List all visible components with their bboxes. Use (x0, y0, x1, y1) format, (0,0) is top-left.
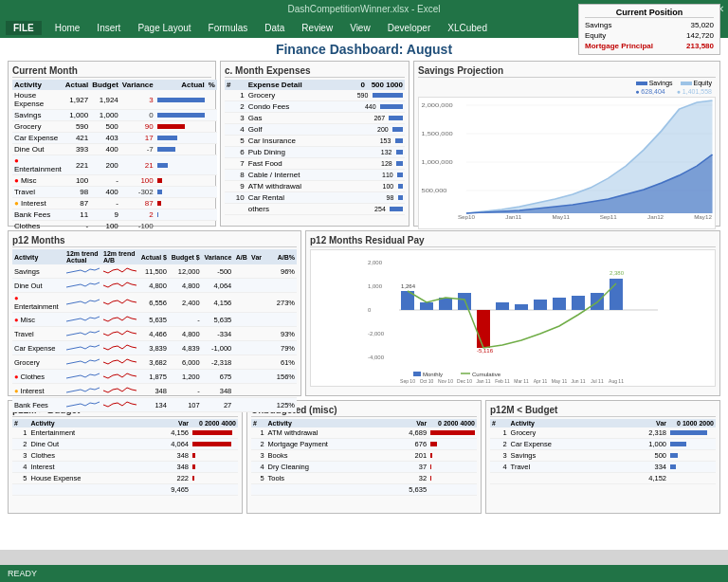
svg-rect-23 (420, 302, 433, 310)
home-tab[interactable]: Home (47, 21, 88, 35)
p12-activity: Car Expense (12, 341, 64, 355)
p12-ab (233, 370, 248, 384)
under-num (490, 473, 509, 484)
cm-budget: 1,924 (90, 90, 120, 110)
p12-budget: 4,839 (169, 341, 202, 355)
p12-ab (233, 279, 248, 293)
p12-trend2 (101, 384, 138, 398)
cm-pct (207, 198, 217, 209)
me-name: Grocery (246, 90, 348, 101)
p12-activity: ● Misc (12, 313, 64, 327)
p12-actual: 1,875 (138, 370, 169, 384)
insert-tab[interactable]: Insert (89, 21, 128, 35)
p12-table: Activity 12m trend Actual 12m trend A/B … (12, 249, 297, 412)
under-activity: Savings (509, 450, 617, 462)
page-layout-tab[interactable]: Page Layout (130, 21, 198, 35)
savings-final: ● 628,404 (635, 88, 664, 95)
over-activity: Dine Out (28, 439, 144, 450)
p12-activity: Dine Out (12, 279, 64, 293)
p12-pct: 79% (264, 341, 297, 355)
p12-ab (233, 384, 248, 398)
formulas-tab[interactable]: Formulas (201, 21, 256, 35)
svg-text:500,000: 500,000 (421, 188, 446, 193)
cm-bar (155, 155, 207, 175)
me-bar: 110 (348, 170, 405, 181)
un-bar (428, 439, 477, 450)
p12-var2 (249, 264, 264, 279)
p12-trend2 (101, 293, 138, 313)
me-bar: 153 (348, 136, 405, 147)
cm-pct (207, 187, 217, 198)
review-tab[interactable]: Review (294, 21, 340, 35)
svg-text:Sep 10: Sep 10 (400, 378, 415, 384)
me-col-bar: 0 500 1000 (348, 80, 405, 90)
unbudgeted-panel: Unbudgeted (misc) # Activity Var 0 2000 … (246, 400, 482, 514)
cm-activity: Dine Out (12, 144, 64, 155)
svg-rect-33 (610, 279, 623, 310)
un-bar (428, 462, 477, 473)
cm-pct (207, 121, 217, 133)
view-tab[interactable]: View (342, 21, 378, 35)
cm-bar (155, 133, 207, 144)
un-activity (266, 484, 388, 496)
svg-text:1,000: 1,000 (368, 283, 383, 289)
p12-actual: 6,556 (138, 293, 169, 313)
p12-trend1 (64, 384, 101, 398)
cp-mortgage-label: Mortgage Principal (585, 42, 653, 50)
file-tab[interactable]: FILE (6, 21, 42, 35)
me-num: 3 (225, 113, 246, 124)
cp-equity-value: 142,720 (686, 38, 714, 40)
un-var: 4,689 (388, 427, 428, 439)
svg-text:-2,000: -2,000 (368, 331, 385, 336)
data-tab[interactable]: Data (257, 21, 292, 35)
under-var: 334 (616, 462, 668, 473)
under-num: 1 (490, 427, 509, 439)
p12-variance: 27 (202, 398, 234, 412)
svg-rect-31 (572, 296, 585, 310)
p12-variance: -334 (202, 327, 234, 341)
p12-pct: 156% (264, 370, 297, 384)
cm-activity: ● Misc (12, 175, 64, 187)
p12-variance: 675 (202, 370, 234, 384)
cm-activity: ● Entertainment (12, 155, 64, 175)
p12-trend2 (101, 341, 138, 355)
cm-variance: 100 (120, 175, 155, 187)
cm-bar (155, 175, 207, 187)
un-num: 4 (251, 462, 266, 473)
equity-legend: Equity (681, 80, 712, 86)
p12-activity: Savings (12, 264, 64, 279)
svg-text:Monthly: Monthly (423, 372, 443, 377)
xlcubed-tab[interactable]: XLCubed (440, 21, 495, 35)
svg-text:Sep11: Sep11 (600, 215, 617, 220)
under-num: 3 (490, 450, 509, 462)
p12-col-ab: A/B (233, 249, 248, 264)
p12-col-actual: Actual $ (138, 249, 169, 264)
over-var: 222 (144, 473, 191, 484)
p12-pct: 61% (264, 355, 297, 370)
un-activity: Tools (266, 473, 388, 484)
cm-activity: Bank Fees (12, 209, 64, 221)
me-num: 10 (225, 192, 246, 204)
over-num: 5 (12, 473, 28, 484)
me-name: Gas (246, 113, 348, 124)
cm-variance: 0 (120, 110, 155, 121)
svg-text:Feb 11: Feb 11 (495, 378, 510, 384)
un-num: 2 (251, 439, 266, 450)
p12-col-trend1: 12m trend Actual (64, 249, 101, 264)
p12-trend1 (64, 355, 101, 370)
col-variance: Variance (120, 80, 155, 90)
cm-actual: 393 (64, 144, 90, 155)
month-expenses-panel: c. Month Expenses # Expense Detail 0 500… (220, 61, 410, 227)
over-var: 4,064 (144, 439, 191, 450)
current-month-panel: Current Month Activity Actual Budget Var… (8, 61, 216, 227)
developer-tab[interactable]: Developer (380, 21, 439, 35)
svg-rect-49 (413, 372, 421, 376)
p12-actual: 4,800 (138, 279, 169, 293)
p12-ab (233, 293, 248, 313)
svg-text:Jan11: Jan11 (505, 215, 521, 220)
over-bar (191, 484, 238, 496)
current-month-table: Activity Actual Budget Variance Actual %… (12, 80, 217, 232)
p12-budget: 4,800 (169, 279, 202, 293)
cm-bar (155, 187, 207, 198)
svg-text:Dec 10: Dec 10 (457, 378, 472, 384)
